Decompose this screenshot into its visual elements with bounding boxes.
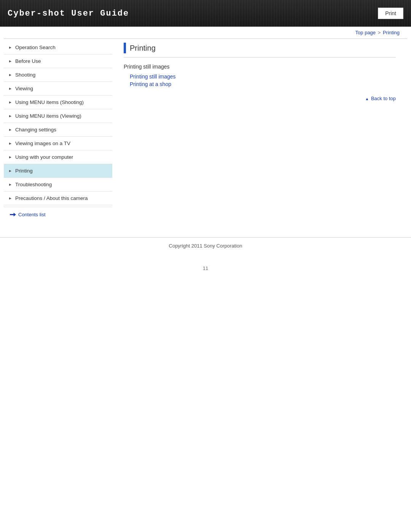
back-to-top-link[interactable]: ▲ Back to top bbox=[365, 96, 396, 101]
triangle-up-icon: ▲ bbox=[365, 97, 369, 101]
sidebar: ► Operation Search ► Before Use ► Shooti… bbox=[4, 38, 112, 222]
sidebar-footer: Contents list bbox=[4, 207, 112, 222]
sidebar-label: Using MENU items (Shooting) bbox=[15, 99, 84, 105]
sidebar-item-changing-settings[interactable]: ► Changing settings bbox=[4, 123, 112, 137]
breadcrumb: Top page > Printing bbox=[0, 27, 411, 38]
page-title-bar: Printing bbox=[124, 43, 396, 58]
sidebar-label: Viewing images on a TV bbox=[15, 141, 70, 146]
print-button[interactable]: Print bbox=[378, 8, 403, 19]
sidebar-item-shooting[interactable]: ► Shooting bbox=[4, 68, 112, 82]
title-accent bbox=[124, 43, 126, 53]
sidebar-label: Using with your computer bbox=[15, 154, 73, 160]
arrow-icon: ► bbox=[8, 59, 12, 63]
arrow-icon: ► bbox=[8, 128, 12, 132]
sidebar-label: Operation Search bbox=[15, 45, 56, 50]
contents-list-link[interactable]: Contents list bbox=[10, 212, 106, 217]
printing-still-images-link[interactable]: Printing still images bbox=[130, 73, 396, 80]
arrow-icon: ► bbox=[8, 182, 12, 187]
sidebar-item-using-menu-viewing[interactable]: ► Using MENU items (Viewing) bbox=[4, 109, 112, 123]
sidebar-item-using-computer[interactable]: ► Using with your computer bbox=[4, 150, 112, 164]
arrow-icon: ► bbox=[8, 100, 12, 104]
sidebar-label: Before Use bbox=[15, 58, 41, 64]
arrow-icon: ► bbox=[8, 45, 12, 50]
sidebar-item-printing[interactable]: ► Printing bbox=[4, 164, 112, 178]
back-to-top-label: Back to top bbox=[371, 96, 396, 101]
sidebar-item-troubleshooting[interactable]: ► Troubleshooting bbox=[4, 178, 112, 192]
sidebar-label: Troubleshooting bbox=[15, 182, 52, 187]
arrow-icon: ► bbox=[8, 86, 12, 91]
main-layout: ► Operation Search ► Before Use ► Shooti… bbox=[0, 38, 411, 230]
sidebar-label: Precautions / About this camera bbox=[15, 195, 88, 201]
sidebar-label: Printing bbox=[15, 168, 33, 174]
arrow-icon: ► bbox=[8, 141, 12, 145]
header: Cyber-shot User Guide Print bbox=[0, 0, 411, 27]
arrow-icon: ► bbox=[8, 155, 12, 159]
sidebar-label: Viewing bbox=[15, 86, 33, 91]
sidebar-item-operation-search[interactable]: ► Operation Search bbox=[4, 41, 112, 54]
sidebar-item-precautions[interactable]: ► Precautions / About this camera bbox=[4, 192, 112, 205]
breadcrumb-separator: > bbox=[378, 30, 381, 35]
arrow-right-icon bbox=[10, 213, 16, 217]
breadcrumb-top-link[interactable]: Top page bbox=[355, 30, 376, 35]
sidebar-label: Changing settings bbox=[15, 127, 56, 133]
page-number: 11 bbox=[0, 265, 411, 271]
contents-list-label: Contents list bbox=[18, 212, 46, 217]
content-area: Printing Printing still images Printing … bbox=[112, 38, 407, 222]
arrow-icon: ► bbox=[8, 73, 12, 77]
copyright-text: Copyright 2011 Sony Corporation bbox=[169, 243, 242, 249]
sidebar-label: Using MENU items (Viewing) bbox=[15, 113, 81, 119]
app-title: Cyber-shot User Guide bbox=[8, 9, 129, 18]
page-title: Printing bbox=[130, 44, 156, 53]
arrow-icon: ► bbox=[8, 196, 12, 200]
back-to-top: ▲ Back to top bbox=[124, 96, 396, 101]
section-heading: Printing still images bbox=[124, 64, 396, 70]
arrow-icon: ► bbox=[8, 169, 12, 173]
sidebar-item-before-use[interactable]: ► Before Use bbox=[4, 54, 112, 68]
breadcrumb-current-link[interactable]: Printing bbox=[383, 30, 400, 35]
footer: Copyright 2011 Sony Corporation bbox=[0, 237, 411, 254]
sidebar-label: Shooting bbox=[15, 72, 35, 78]
printing-at-shop-link[interactable]: Printing at a shop bbox=[130, 80, 396, 88]
arrow-icon: ► bbox=[8, 114, 12, 118]
sidebar-item-viewing-tv[interactable]: ► Viewing images on a TV bbox=[4, 137, 112, 150]
sidebar-item-using-menu-shooting[interactable]: ► Using MENU items (Shooting) bbox=[4, 96, 112, 109]
sidebar-item-viewing[interactable]: ► Viewing bbox=[4, 82, 112, 96]
